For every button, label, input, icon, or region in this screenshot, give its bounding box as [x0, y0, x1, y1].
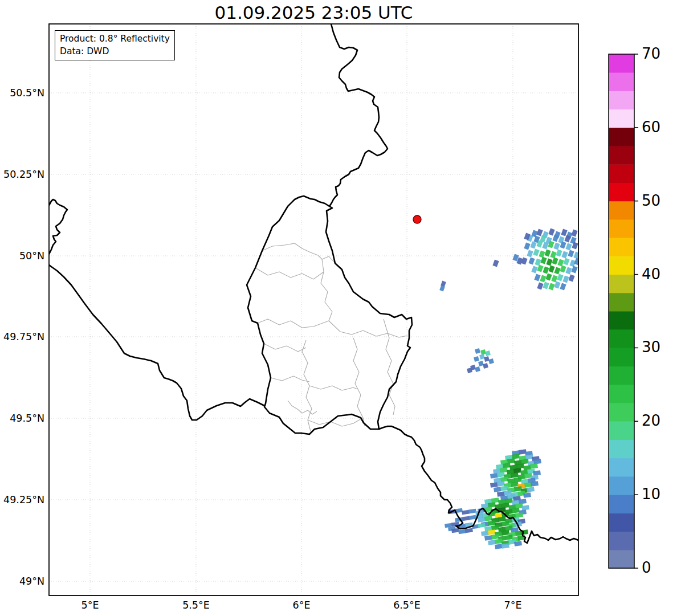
colorbar-band [609, 54, 634, 73]
radar-cell [515, 512, 523, 518]
radar-cell [543, 266, 549, 274]
colorbar-band [609, 366, 634, 385]
radar-cell [563, 258, 569, 265]
colorbar-tick-label: 40 [642, 266, 660, 283]
admin-border-line [262, 243, 335, 263]
radar-cell [557, 274, 563, 281]
colorbar-tick-label: 50 [642, 192, 660, 209]
radar-cell [560, 265, 566, 272]
radar-cell [571, 229, 577, 236]
radar-cell [553, 242, 560, 250]
admin-border-line [321, 259, 332, 321]
radar-cell [490, 482, 498, 488]
radar-cell [474, 356, 479, 362]
lat-tick-label: 49°N [19, 576, 44, 587]
radar-cell [543, 282, 549, 289]
lon-tick-label: 6°E [293, 599, 311, 611]
radar-figure: 01.09.2025 23:05 UTC 5°E5.5°E6°E6.5°E7°E… [0, 0, 685, 616]
radar-cell [571, 266, 577, 273]
colorbar-band [609, 128, 634, 146]
colorbar-band [609, 183, 634, 202]
radar-cell [488, 540, 496, 545]
admin-border-line [264, 344, 306, 352]
radar-cell [462, 510, 470, 515]
lat-tick-label: 50.5°N [10, 87, 44, 99]
lat-tick-label: 50°N [19, 250, 44, 262]
lat-tick-label: 50.25°N [3, 169, 44, 180]
radar-cell [561, 229, 567, 236]
radar-cell [562, 275, 569, 283]
admin-border-line [288, 401, 317, 414]
country-border-line [247, 196, 412, 434]
colorbar-band [609, 109, 634, 128]
radar-cell [554, 281, 560, 288]
radar-cell [574, 258, 580, 265]
radar-cell [568, 274, 574, 282]
admin-border-line [271, 376, 309, 382]
radar-cell [548, 283, 554, 290]
radar-cell [492, 259, 499, 267]
colorbar-band [609, 440, 634, 459]
radar-cell [565, 243, 572, 250]
radar-cell [481, 531, 489, 536]
radar-cell [483, 363, 488, 369]
colorbar-tick-label: 10 [642, 486, 660, 503]
product-annotation-box: Product: 0.8° Reflectivity Data: DWD [55, 30, 175, 60]
colorbar: 010203040506070dBZ [609, 45, 685, 576]
lon-tick-label: 6.5°E [393, 599, 421, 611]
lon-tick-label: 5°E [81, 599, 99, 611]
radar-cell [478, 361, 484, 366]
radar-cell [557, 259, 564, 266]
product-label: Product: 0.8° Reflectivity [60, 32, 170, 45]
radar-cell [478, 523, 486, 528]
radar-cell [495, 544, 503, 549]
colorbar-band [609, 348, 634, 366]
radar-cell [565, 267, 572, 274]
echo-cluster-northeast [492, 228, 580, 290]
radar-cell [468, 509, 476, 514]
colorbar-band [609, 550, 634, 569]
radar-cell [537, 264, 543, 272]
radar-map-canvas: 5°E5.5°E6°E6.5°E7°E50.5°N50.25°N50°N49.7… [0, 0, 685, 616]
radar-cell [524, 242, 530, 250]
radar-cell [548, 265, 554, 272]
radar-echoes [439, 228, 580, 549]
radar-cell [554, 267, 560, 274]
lat-tick-label: 49.25°N [3, 494, 44, 505]
radar-cell [534, 274, 540, 281]
radar-cell [468, 515, 476, 520]
radar-cell [491, 497, 499, 503]
radar-cell [527, 250, 533, 257]
radar-cell [527, 487, 535, 492]
colorbar-band [609, 146, 634, 165]
radar-cell [533, 248, 539, 256]
radar-cell [560, 283, 566, 290]
radar-cell [514, 486, 522, 492]
radar-cell [528, 257, 535, 264]
radar-cell [544, 249, 551, 256]
lon-tick-label: 7°E [504, 599, 522, 611]
plot-content [48, 24, 581, 595]
radar-cell [484, 535, 492, 541]
colorbar-band [609, 513, 634, 532]
colorbar-band [609, 201, 634, 220]
radar-cell [530, 241, 536, 248]
radar-cell [561, 251, 568, 258]
radar-cell [491, 525, 499, 531]
echo-speck-center [439, 281, 446, 292]
colorbar-band [609, 275, 634, 293]
radar-cell [479, 354, 485, 360]
colorbar-band [609, 403, 634, 422]
radar-cell [488, 358, 494, 364]
radar-cell [491, 534, 499, 540]
radar-cell [550, 251, 556, 258]
colorbar-band [609, 256, 634, 275]
colorbar-band [609, 238, 634, 256]
radar-cell [552, 257, 558, 264]
radar-cell [539, 250, 545, 258]
admin-border-line [255, 268, 324, 279]
radar-cell [545, 273, 552, 280]
radar-cell [531, 266, 537, 273]
admin-border-line [258, 319, 407, 337]
radar-cell [536, 229, 543, 236]
